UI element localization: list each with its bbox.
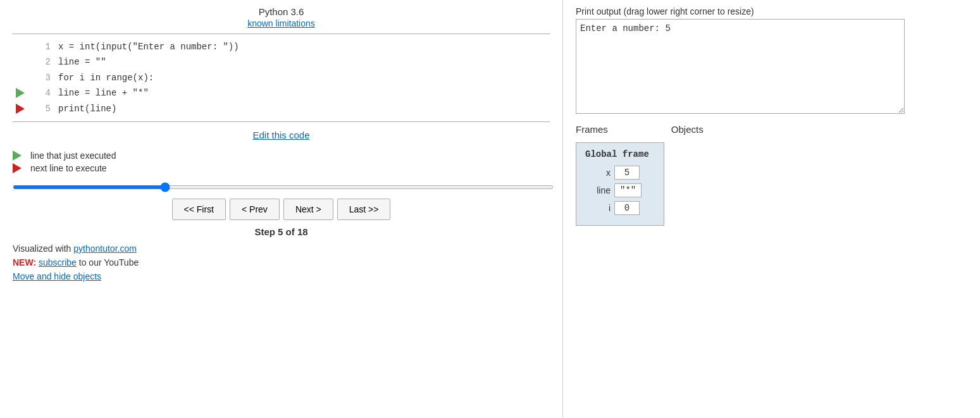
frame-var-x: x xyxy=(585,168,611,178)
code-line-5: 5 print(line) xyxy=(13,101,550,116)
line-code-5: print(line) xyxy=(58,102,116,116)
frame-var-i: i xyxy=(585,203,611,213)
green-arrow-icon xyxy=(16,88,28,98)
code-line-1: 1x = int(input("Enter a number: ")) xyxy=(13,39,550,54)
line-code-3: for i in range(x): xyxy=(58,71,154,85)
edit-link-area: Edit this code xyxy=(13,130,550,140)
python-title: Python 3.6 xyxy=(13,6,550,17)
red-legend-label: next line to execute xyxy=(30,163,107,173)
subscribe-text: to our YouTube xyxy=(77,257,139,267)
objects-label: Objects xyxy=(671,124,704,135)
line-code-2: line = "" xyxy=(58,55,106,69)
arrow-col-4 xyxy=(13,88,32,98)
red-legend-item: next line to execute xyxy=(13,163,550,173)
new-label: NEW: xyxy=(13,257,39,267)
line-code-1: x = int(input("Enter a number: ")) xyxy=(58,40,239,54)
line-num-5: 5 xyxy=(32,102,51,116)
global-frame-title: Global frame xyxy=(585,149,655,159)
pythontutor-link[interactable]: pythontutor.com xyxy=(73,243,137,254)
arrow-col-5 xyxy=(13,104,32,114)
frames-label: Frames xyxy=(576,124,608,135)
edit-this-code-link[interactable]: Edit this code xyxy=(252,130,309,140)
line-num-2: 2 xyxy=(32,55,51,69)
frame-val-line: "*" xyxy=(614,183,642,197)
subscribe-link[interactable]: subscribe xyxy=(39,257,77,267)
frame-row-line: line"*" xyxy=(585,183,655,197)
prev-button[interactable]: < Prev xyxy=(230,199,280,220)
green-arrow-icon xyxy=(13,151,25,161)
next-button[interactable]: Next > xyxy=(283,199,333,220)
code-line-3: 3for i in range(x): xyxy=(13,70,550,85)
print-output-box[interactable]: Enter a number: 5 xyxy=(576,19,905,114)
frame-row-x: x5 xyxy=(585,166,655,180)
code-line-4: 4 line = line + "*" xyxy=(13,85,550,101)
right-panel: Print output (drag lower right corner to… xyxy=(563,0,980,418)
move-hide-link[interactable]: Move and hide objects xyxy=(13,271,550,281)
code-area: 1x = int(input("Enter a number: "))2line… xyxy=(13,34,550,122)
line-code-4: line = line + "*" xyxy=(58,86,149,100)
print-output-label: Print output (drag lower right corner to… xyxy=(576,6,967,16)
known-limitations-link[interactable]: known limitations xyxy=(247,18,315,28)
last-button[interactable]: Last >> xyxy=(337,199,391,220)
visualized-text: Visualized with xyxy=(13,243,73,254)
frame-var-line: line xyxy=(585,185,611,195)
frames-objects-header: Frames Objects xyxy=(576,124,967,135)
visualized-line: Visualized with pythontutor.com xyxy=(13,243,550,254)
legend: line that just executed next line to exe… xyxy=(13,151,550,173)
frame-row-i: i0 xyxy=(585,201,655,215)
green-legend-item: line that just executed xyxy=(13,151,550,161)
frame-val-x: 5 xyxy=(614,166,640,180)
left-panel: Python 3.6 known limitations 1x = int(in… xyxy=(0,0,563,418)
green-legend-label: line that just executed xyxy=(30,151,116,161)
global-frame: Global frame x5line"*"i0 xyxy=(576,142,664,226)
step-slider[interactable] xyxy=(13,185,554,189)
red-arrow-icon xyxy=(13,163,25,173)
new-line: NEW: subscribe to our YouTube xyxy=(13,257,550,267)
known-limitations-link-area: known limitations xyxy=(13,18,550,28)
nav-buttons: << First < Prev Next > Last >> xyxy=(13,199,550,220)
step-info: Step 5 of 18 xyxy=(13,226,550,237)
code-line-2: 2line = "" xyxy=(13,54,550,70)
red-arrow-icon xyxy=(16,104,28,114)
step-slider-container[interactable] xyxy=(13,181,550,191)
frame-val-i: 0 xyxy=(614,201,640,215)
first-button[interactable]: << First xyxy=(172,199,226,220)
line-num-1: 1 xyxy=(32,40,51,54)
line-num-4: 4 xyxy=(32,86,51,100)
line-num-3: 3 xyxy=(32,71,51,85)
